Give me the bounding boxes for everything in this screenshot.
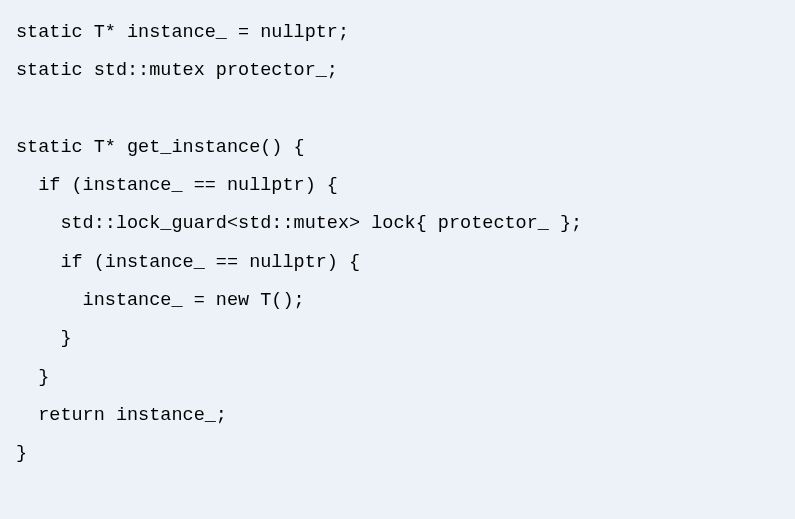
code-line: static T* instance_ = nullptr; xyxy=(16,22,349,43)
code-line: instance_ = new T(); xyxy=(16,290,305,311)
code-line: return instance_; xyxy=(16,405,227,426)
code-line: static std::mutex protector_; xyxy=(16,60,338,81)
code-line: if (instance_ == nullptr) { xyxy=(16,175,338,196)
code-line: } xyxy=(16,328,72,349)
code-line: } xyxy=(16,367,49,388)
code-line: } xyxy=(16,443,27,464)
code-line: std::lock_guard<std::mutex> lock{ protec… xyxy=(16,213,582,234)
code-line: if (instance_ == nullptr) { xyxy=(16,252,360,273)
code-line: static T* get_instance() { xyxy=(16,137,305,158)
code-snippet: static T* instance_ = nullptr; static st… xyxy=(0,0,795,487)
